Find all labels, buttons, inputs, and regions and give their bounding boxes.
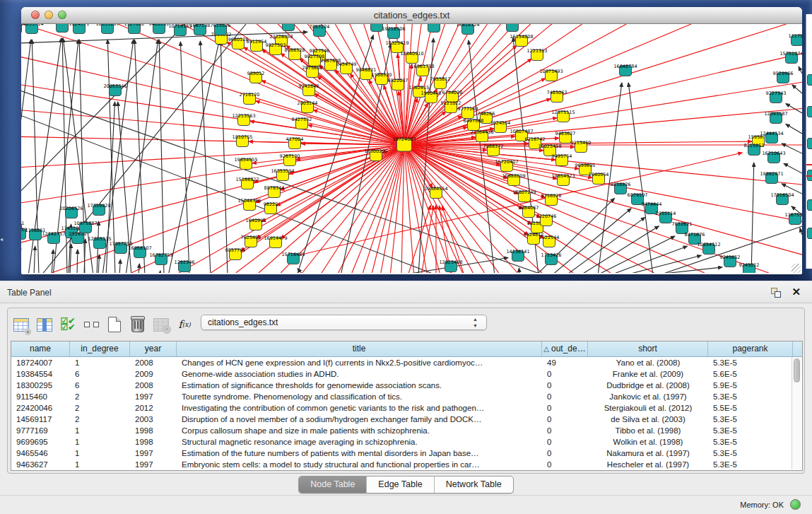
table-cell[interactable]: 2009 <box>130 368 177 380</box>
table-cell[interactable]: 0 <box>542 425 588 436</box>
table-cell[interactable]: Hescheler et al. (1997) <box>588 459 708 470</box>
table-cell[interactable]: 18724007 <box>11 357 70 368</box>
table-cell[interactable]: Estimation of the future numbers of pati… <box>177 448 542 459</box>
citation-edge[interactable] <box>786 124 802 134</box>
citation-edge[interactable] <box>34 246 35 273</box>
table-cell[interactable]: 1 <box>70 459 130 470</box>
table-cell[interactable]: 0 <box>542 391 588 402</box>
table-cell[interactable]: 1997 <box>130 391 177 402</box>
table-cell[interactable]: Tourette syndrome. Phenomenology and cla… <box>177 391 542 402</box>
table-cell[interactable]: Dudbridge et al. (2008) <box>588 380 708 391</box>
table-row[interactable]: 946362711997Embryonic stem cells: a mode… <box>11 459 802 470</box>
table-cell[interactable]: Genome-wide association studies in ADHD. <box>177 368 542 380</box>
citation-edge[interactable] <box>259 145 404 273</box>
citation-edge[interactable] <box>404 145 413 273</box>
table-cell[interactable]: de Silva et al. (2003) <box>588 414 708 425</box>
table-cell[interactable]: 1 <box>70 436 130 448</box>
table-cell[interactable]: 6 <box>70 380 130 391</box>
table-row[interactable]: 1938455462009Genome-wide association stu… <box>11 368 802 380</box>
table-cell[interactable]: 0 <box>542 380 588 391</box>
table-vertical-scrollbar[interactable] <box>792 357 801 469</box>
table-cell[interactable]: Changes of HCN gene expression and I(f) … <box>177 357 542 368</box>
column-header-out_de[interactable]: △out_de… <box>542 341 588 356</box>
table-cell[interactable]: 18300295 <box>11 380 70 391</box>
citation-edge[interactable] <box>126 40 158 273</box>
scrollbar-thumb[interactable] <box>794 358 800 382</box>
table-cell[interactable]: 14569117 <box>11 414 70 425</box>
table-cell[interactable]: 22420046 <box>11 402 70 414</box>
table-cell[interactable]: 9465546 <box>11 448 70 459</box>
network-canvas[interactable]: 7663822966012889129542322605898275038186… <box>21 24 802 273</box>
table-cell[interactable]: 5.5E-5 <box>708 402 793 414</box>
table-cell[interactable]: 2 <box>70 414 130 425</box>
network-node[interactable] <box>283 24 295 31</box>
table-cell[interactable]: Embryonic stem cells: a model to study s… <box>177 459 542 470</box>
table-row[interactable]: 969969511998Structural magnetic resonanc… <box>11 436 802 448</box>
table-cell[interactable]: 2008 <box>130 380 177 391</box>
table-selector-dropdown[interactable]: citations_edges.txt ▲▼ <box>201 315 487 330</box>
table-row[interactable]: 911546021997Tourette syndrome. Phenomeno… <box>11 391 802 402</box>
network-node[interactable] <box>807 106 812 117</box>
table-row[interactable]: 2242004622012Investigating the contribut… <box>11 402 802 414</box>
network-window[interactable]: citations_edges.txt 76638229660128891295… <box>21 7 802 274</box>
table-cell[interactable]: 2003 <box>130 414 177 425</box>
column-header-title[interactable]: title <box>177 341 542 356</box>
import-table-disabled-icon[interactable] <box>152 315 170 334</box>
table-cell[interactable]: 5.3E-5 <box>708 448 793 459</box>
table-cell[interactable]: Tibbo et al. (1998) <box>588 425 708 436</box>
citation-edge[interactable] <box>404 145 427 273</box>
citation-edge[interactable] <box>21 145 404 203</box>
table-cell[interactable]: 0 <box>542 459 588 470</box>
citation-edge[interactable] <box>134 40 145 273</box>
table-row[interactable]: 977716911998Corpus callosum shape and si… <box>11 425 802 436</box>
table-cell[interactable]: 0 <box>542 436 588 448</box>
table-cell[interactable]: 2 <box>70 391 130 402</box>
delete-trash-icon[interactable] <box>129 315 147 334</box>
citation-edge[interactable] <box>792 85 802 93</box>
table-cell[interactable]: 1 <box>70 425 130 436</box>
network-svg[interactable]: 7663822966012889129542322605898275038186… <box>21 24 802 273</box>
network-node[interactable] <box>57 24 69 33</box>
new-document-icon[interactable] <box>105 315 124 334</box>
column-header-name[interactable]: name <box>11 341 70 356</box>
table-settings-icon[interactable] <box>12 315 30 334</box>
table-cell[interactable]: 1997 <box>130 448 177 459</box>
table-cell[interactable]: Jankovic et al. (1997) <box>588 391 708 402</box>
citation-edge[interactable] <box>352 145 404 273</box>
column-header-year[interactable]: year <box>130 341 177 356</box>
table-cell[interactable]: Franke et al. (2009) <box>588 368 708 380</box>
table-cell[interactable]: 5.3E-5 <box>708 391 793 402</box>
table-cell[interactable]: 5.3E-5 <box>708 425 793 436</box>
table-cell[interactable]: Wolkin et al. (1998) <box>588 436 708 448</box>
column-header-pagerank[interactable]: pagerank <box>708 341 793 356</box>
row-select-box-icon[interactable] <box>82 315 100 334</box>
table-row[interactable]: 1456911722003Disruption of a novel membe… <box>11 414 802 425</box>
function-builder-icon[interactable]: f(x) <box>175 315 194 334</box>
close-panel-icon[interactable]: ✕ <box>792 286 801 298</box>
table-cell[interactable]: Disruption of a novel member of a sodium… <box>177 414 542 425</box>
table-cell[interactable]: Structural magnetic resonance image aver… <box>177 436 542 448</box>
table-row[interactable]: 946554611997Estimation of the future num… <box>11 448 802 459</box>
table-cell[interactable]: 49 <box>542 357 588 368</box>
table-cell[interactable]: 9777169 <box>11 425 70 436</box>
table-cell[interactable]: 5.3E-5 <box>708 414 793 425</box>
citation-edge[interactable] <box>77 250 78 273</box>
table-cell[interactable]: Nakamura et al. (1997) <box>588 448 708 459</box>
table-cell[interactable]: Investigating the contribution of common… <box>177 402 542 414</box>
table-cell[interactable]: 0 <box>542 402 588 414</box>
table-cell[interactable]: 5.3E-5 <box>708 459 793 470</box>
table-cell[interactable]: 6 <box>70 368 130 380</box>
citation-edge[interactable] <box>302 145 404 273</box>
citation-edge[interactable] <box>372 145 404 273</box>
table-cell[interactable]: 5.9E-5 <box>708 380 793 391</box>
citation-edge[interactable] <box>579 226 659 273</box>
citation-edge[interactable] <box>404 145 802 255</box>
window-resize-grip[interactable] <box>792 264 801 273</box>
table-cell[interactable]: 1 <box>70 448 130 459</box>
table-cell[interactable]: 19384554 <box>11 368 70 380</box>
citation-edge[interactable] <box>139 264 139 273</box>
float-panel-icon[interactable] <box>771 288 781 298</box>
table-cell[interactable]: Estimation of significance thresholds fo… <box>177 380 542 391</box>
table-cell[interactable]: 2008 <box>130 357 177 368</box>
table-row[interactable]: 1872400712008Changes of HCN gene express… <box>11 357 802 368</box>
